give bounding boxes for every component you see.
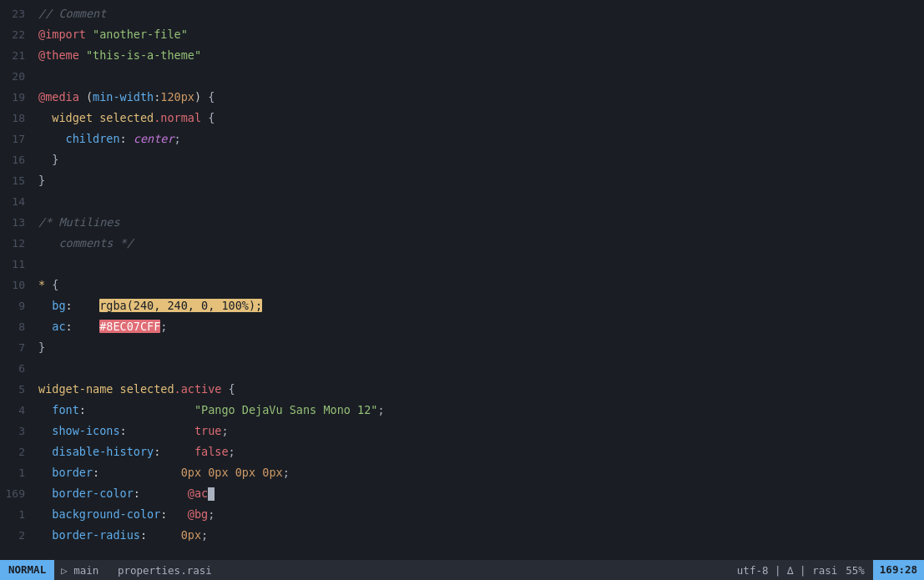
line-number: 20 [0, 66, 35, 87]
token-c-string: "another-file" [93, 28, 188, 41]
token-c-white [38, 507, 52, 521]
token-c-punct: ; [377, 403, 384, 416]
line-number: 5 [0, 379, 35, 400]
token-c-white [38, 132, 66, 145]
token-c-class: .active [174, 382, 222, 396]
token-c-property: border [52, 466, 93, 479]
line-code: } [35, 149, 924, 170]
code-line: 21@theme "this-is-a-theme" [0, 45, 924, 66]
line-code: /* Mutilines [35, 212, 924, 233]
token-c-punct: ; [283, 466, 290, 479]
token-c-white [201, 111, 208, 124]
line-number: 12 [0, 233, 35, 254]
line-code: @theme "this-is-a-theme" [35, 45, 924, 66]
token-c-property: ac [52, 320, 65, 333]
highlighted-value: #8EC07CFF [99, 320, 160, 333]
vim-mode: NORMAL [0, 560, 54, 580]
highlighted-value: rgba(240, 240, 0, 100%); [99, 299, 262, 312]
token-c-white [38, 466, 52, 479]
code-line: 11 [0, 254, 924, 275]
line-number: 2 [0, 441, 35, 462]
token-c-selector: widget-name selected [38, 382, 174, 396]
code-line: 9 bg: rgba(240, 240, 0, 100%); [0, 295, 924, 316]
line-code: widget selected.normal { [35, 108, 924, 129]
line-number: 18 [0, 108, 35, 129]
code-line: 7} [0, 337, 924, 358]
line-number: 6 [0, 358, 35, 379]
line-number: 9 [0, 295, 35, 316]
line-code: show-icons: true; [35, 421, 924, 441]
line-number: 22 [0, 24, 35, 45]
token-c-brace: } [38, 340, 45, 354]
token-c-brace: { [208, 111, 215, 124]
status-filename: properties.rasi [118, 564, 212, 577]
token-c-white: : [140, 528, 181, 541]
token-c-white [38, 424, 52, 437]
line-number: 13 [0, 212, 35, 233]
token-c-selector: widget selected [52, 111, 154, 124]
token-c-white [38, 487, 52, 500]
line-number: 16 [0, 149, 35, 170]
token-c-brace: { [201, 90, 215, 103]
token-c-property: bg [52, 299, 65, 312]
line-code: widget-name selected.active { [35, 379, 924, 400]
token-c-punct: ; [208, 507, 215, 521]
line-number: 2 [0, 525, 35, 541]
token-c-property: border-color [52, 487, 134, 500]
code-line: 17 children: center; [0, 129, 924, 149]
token-c-true: true [194, 424, 222, 437]
token-c-punct: ; [174, 132, 181, 145]
line-number: 23 [0, 3, 35, 24]
code-line: 2 disable-history: false; [0, 441, 924, 462]
line-number: 19 [0, 87, 35, 108]
line-number: 7 [0, 337, 35, 358]
line-code: ac: #8EC07CFF; [35, 316, 924, 337]
token-c-at2: @bg [188, 507, 208, 521]
token-c-center: center [134, 132, 174, 145]
token-c-punct: ; [160, 320, 167, 333]
token-c-property: border-radius [52, 528, 140, 541]
line-code: background-color: @bg; [35, 504, 924, 525]
token-c-white [79, 48, 86, 62]
token-c-white: : [134, 487, 188, 500]
line-number: 8 [0, 316, 35, 337]
line-code: comments */ [35, 233, 924, 254]
code-line: 14 [0, 191, 924, 212]
line-number: 169 [0, 483, 35, 504]
code-line: 169 border-color: @ac [0, 483, 924, 504]
token-c-class: .normal [154, 111, 201, 124]
token-c-comment: comments */ [38, 236, 134, 250]
token-c-white [38, 445, 52, 458]
line-number: 11 [0, 254, 35, 275]
line-code: border: 0px 0px 0px 0px; [35, 462, 924, 483]
line-number: 1 [0, 462, 35, 483]
line-code: border-radius: 0px; [35, 525, 924, 541]
status-path: ▷ main [61, 564, 98, 577]
line-number: 4 [0, 400, 35, 421]
token-c-white [38, 528, 52, 541]
token-c-white [221, 382, 228, 396]
token-c-property: background-color [52, 507, 160, 521]
status-percent: 55% [846, 564, 865, 577]
code-line: 18 widget selected.normal { [0, 108, 924, 129]
line-number: 10 [0, 275, 35, 295]
line-number: 14 [0, 191, 35, 212]
code-line: 5widget-name selected.active { [0, 379, 924, 400]
code-line: 3 show-icons: true; [0, 421, 924, 441]
line-code: } [35, 170, 924, 191]
code-line: 13/* Mutilines [0, 212, 924, 233]
line-code: disable-history: false; [35, 441, 924, 462]
token-c-string: "this-is-a-theme" [86, 48, 201, 62]
token-c-brace: } [52, 153, 58, 166]
token-c-selector: * [38, 278, 52, 291]
token-c-property: font [52, 403, 79, 416]
code-line: 1 background-color: @bg; [0, 504, 924, 525]
code-line: 23// Comment [0, 3, 924, 24]
statusbar: NORMAL ▷ main properties.rasi utf-8 | ∆ … [0, 560, 924, 580]
line-code: @import "another-file" [35, 24, 924, 45]
line-code: children: center; [35, 129, 924, 149]
token-c-brace: } [38, 174, 45, 187]
token-c-value-num: 120px [160, 90, 194, 103]
code-line: 1 border: 0px 0px 0px 0px; [0, 462, 924, 483]
token-c-white: ( [79, 90, 93, 103]
